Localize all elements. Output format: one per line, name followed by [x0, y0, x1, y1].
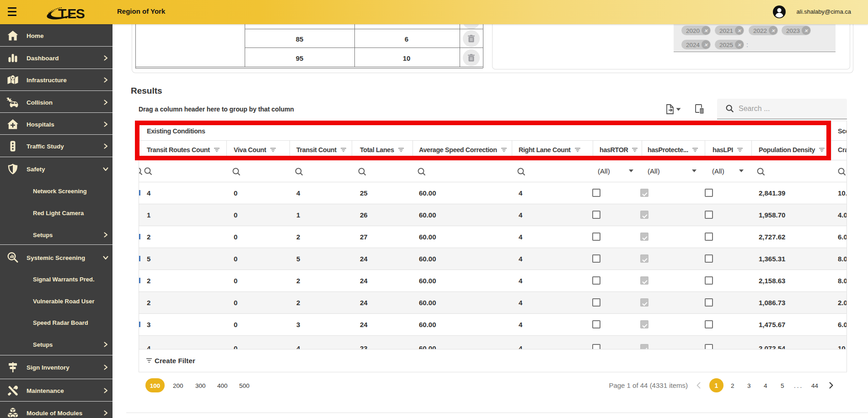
svg-text:T.ES: T.ES [58, 6, 85, 21]
